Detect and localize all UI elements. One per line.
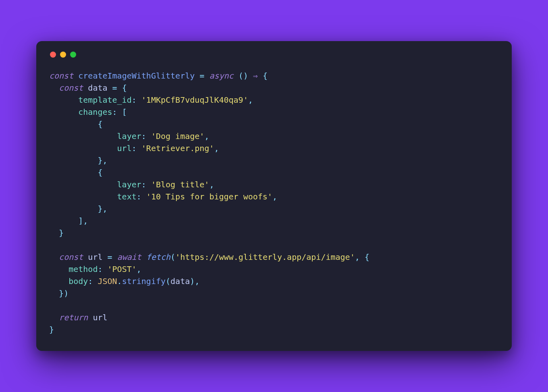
prop-layer: layer (117, 131, 141, 141)
str-post: 'POST' (108, 264, 137, 274)
op-rparen: ) (190, 276, 195, 286)
op-lbrace: { (263, 71, 268, 81)
minimize-icon[interactable] (60, 52, 66, 58)
str-url-1: 'Retriever.png' (141, 143, 214, 153)
kw-const: const (59, 252, 83, 262)
op-lbrace: { (98, 119, 102, 129)
op-rbrace: } (59, 288, 64, 298)
op-rbrace: } (98, 204, 102, 214)
prop-text: text (117, 192, 137, 201)
prop-url: url (117, 143, 132, 153)
prop-method: method (68, 264, 98, 274)
op-colon: : (137, 192, 141, 201)
op-lparen: ( (170, 252, 175, 262)
var-url: url (93, 313, 107, 322)
kw-const: const (49, 71, 73, 81)
op-rbrace: } (49, 325, 54, 334)
op-comma: , (102, 156, 107, 165)
op-colon: : (132, 143, 137, 153)
op-colon: : (88, 276, 93, 286)
op-comma: , (195, 276, 199, 286)
op-lbrace: { (98, 168, 102, 177)
op-comma: , (83, 216, 88, 226)
op-lbrace: { (365, 252, 369, 262)
kw-const: const (59, 83, 83, 93)
op-rparen: ) (64, 288, 68, 298)
op-lbrace: { (122, 83, 127, 93)
window-controls (50, 52, 499, 58)
op-colon: : (141, 131, 146, 141)
op-dot: . (117, 276, 122, 286)
op-comma: , (204, 131, 209, 141)
op-comma: , (248, 95, 253, 105)
kw-await: await (117, 252, 141, 262)
kw-async: async (209, 71, 233, 81)
var-url: url (88, 252, 102, 262)
op-lbracket: [ (122, 107, 127, 117)
op-comma: , (272, 192, 277, 201)
op-eq: = (112, 83, 117, 93)
op-comma: , (214, 143, 219, 153)
op-rparen: ) (243, 71, 248, 81)
op-colon: : (141, 180, 146, 189)
prop-changes: changes (78, 107, 112, 117)
op-comma: , (137, 264, 141, 274)
var-data: data (88, 83, 107, 93)
prop-body: body (68, 276, 88, 286)
fn-stringify: stringify (122, 276, 166, 286)
close-icon[interactable] (50, 52, 56, 58)
prop-template-id: template_id (78, 95, 131, 105)
kw-return: return (59, 313, 88, 322)
op-rbracket: ] (78, 216, 83, 226)
maximize-icon[interactable] (70, 52, 76, 58)
op-arrow: ⇒ (253, 71, 258, 81)
prop-layer: layer (117, 180, 141, 189)
op-comma: , (102, 204, 107, 214)
op-colon: : (98, 264, 102, 274)
op-colon: : (112, 107, 117, 117)
str-template-id: '1MKpCfB7vduqJlK40qa9' (141, 95, 248, 105)
op-rbrace: } (59, 228, 64, 238)
fn-name: createImageWithGlitterly (78, 71, 195, 81)
cls-json: JSON (98, 276, 117, 286)
op-comma: , (209, 180, 214, 189)
op-rbrace: } (98, 156, 102, 165)
str-text-2: '10 Tips for bigger woofs' (146, 192, 272, 201)
var-data: data (170, 276, 190, 286)
op-eq: = (199, 71, 204, 81)
op-colon: : (132, 95, 137, 105)
op-lparen: ( (166, 276, 170, 286)
op-eq: = (108, 252, 112, 262)
str-layer-2: 'Blog title' (151, 180, 210, 189)
op-lparen: ( (239, 71, 243, 81)
code-block: const createImageWithGlitterly = async (… (49, 70, 499, 336)
str-layer-1: 'Dog image' (151, 131, 204, 141)
code-window: const createImageWithGlitterly = async (… (36, 41, 512, 351)
op-comma: , (355, 252, 360, 262)
str-api-url: 'https://www.glitterly.app/api/image' (175, 252, 355, 262)
fn-fetch: fetch (146, 252, 170, 262)
